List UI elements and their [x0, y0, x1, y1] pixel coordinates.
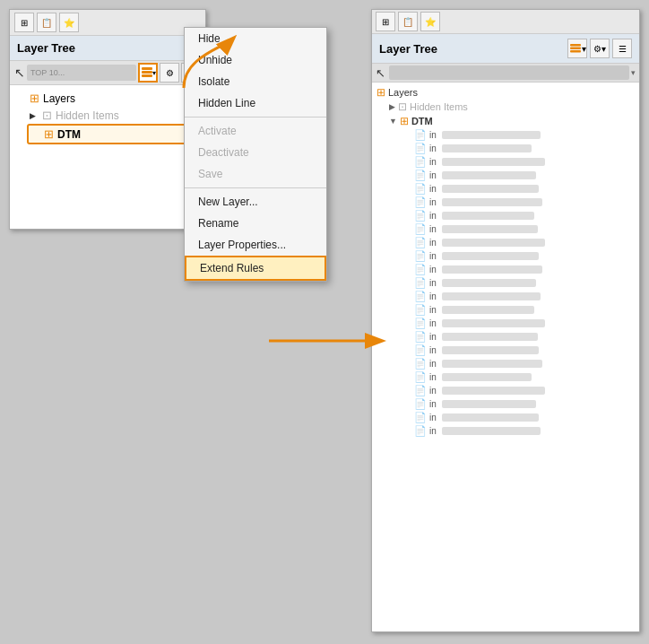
item-in-label: in [429, 224, 437, 234]
menu-layer-properties[interactable]: Layer Properties... [185, 234, 326, 256]
right-tree-item[interactable]: 📄 in [412, 357, 636, 370]
item-icon: 📄 [414, 331, 427, 343]
right-copy-btn[interactable]: 📋 [398, 12, 418, 31]
dtm-item[interactable]: ⊞ DTM [27, 124, 201, 144]
right-tree-item[interactable]: 📄 in [412, 384, 636, 397]
item-icon: 📄 [414, 371, 427, 383]
left-search-bar[interactable]: TOP 10... [27, 65, 136, 81]
item-blurred-text [442, 158, 545, 166]
item-in-label: in [429, 372, 437, 382]
layer-dropdown-btn[interactable]: ▾ [138, 63, 158, 83]
right-tree-item[interactable]: 📄 in [412, 222, 636, 236]
right-tree-item[interactable]: 📄 in [412, 330, 636, 344]
star-btn[interactable]: ⭐ [59, 13, 79, 32]
right-dtm-item[interactable]: ▼ ⊞ DTM [387, 114, 636, 128]
hidden-items-icon: ⊡ [42, 109, 52, 122]
right-tree-item[interactable]: 📄 in [412, 344, 636, 357]
item-icon: 📄 [414, 210, 427, 222]
item-blurred-text [442, 185, 539, 193]
right-tree-item[interactable]: 📄 in [412, 182, 636, 196]
context-menu: Hide Unhide Isolate Hidden Line Activate… [184, 27, 327, 282]
item-blurred-text [442, 212, 534, 220]
item-blurred-text [442, 265, 542, 274]
right-layer-dropdown-btn[interactable]: ▾ [567, 39, 587, 58]
item-in-label: in [429, 170, 437, 180]
item-in-label: in [429, 144, 437, 153]
right-hidden-items[interactable]: ▶ ⊡ Hidden Items [387, 100, 636, 114]
item-in-label: in [429, 130, 437, 140]
right-layers-label: Layers [388, 87, 418, 98]
right-tree-item[interactable]: 📄 in [412, 303, 636, 317]
right-layers-root[interactable]: ⊞ Layers [375, 85, 636, 100]
right-config-btn[interactable]: ⚙▾ [590, 39, 610, 58]
item-blurred-text [442, 319, 545, 327]
svg-rect-2 [142, 67, 152, 70]
item-in-label: in [429, 278, 437, 288]
menu-rename[interactable]: Rename [185, 213, 326, 234]
right-tree-item[interactable]: 📄 in [412, 263, 636, 276]
right-tree-item[interactable]: 📄 in [412, 424, 636, 438]
item-icon: 📄 [414, 250, 427, 262]
search-text: TOP 10... [30, 68, 65, 77]
right-tree-item[interactable]: 📄 in [412, 196, 636, 209]
layers-root-item[interactable]: ⊞ Layers [14, 90, 201, 107]
item-blurred-text [442, 400, 536, 408]
right-tree-item[interactable]: 📄 in [412, 155, 636, 169]
right-tree-item[interactable]: 📄 in [412, 128, 636, 142]
right-tree-item[interactable]: 📄 in [412, 397, 636, 411]
item-in-label: in [429, 157, 437, 167]
item-in-label: in [429, 305, 437, 315]
right-tree-item[interactable]: 📄 in [412, 209, 636, 222]
right-star-btn[interactable]: ⭐ [420, 12, 440, 31]
item-in-label: in [429, 238, 437, 248]
right-grid-btn[interactable]: ⊞ [376, 12, 395, 31]
right-top-toolbar: ⊞ 📋 ⭐ [372, 10, 639, 34]
item-blurred-text [442, 131, 541, 139]
item-blurred-text [442, 427, 541, 435]
right-tree-item[interactable]: 📄 in [412, 317, 636, 330]
menu-activate: Activate [185, 120, 326, 142]
right-tree-item[interactable]: 📄 in [412, 370, 636, 384]
dropdown-arrow: ▾ [152, 69, 156, 77]
right-search-bar[interactable] [389, 65, 629, 80]
config-btn[interactable]: ⚙ [160, 63, 179, 83]
right-menu-btn[interactable]: ☰ [612, 39, 632, 58]
layers-icon: ⊞ [30, 91, 39, 105]
menu-unhide[interactable]: Unhide [185, 49, 326, 71]
menu-hidden-line[interactable]: Hidden Line [185, 92, 326, 114]
menu-extend-rules[interactable]: Extend Rules [185, 256, 326, 281]
right-tree-item[interactable]: 📄 in [412, 290, 636, 303]
right-layer-icon [569, 42, 582, 55]
right-hidden-icon: ⊡ [398, 100, 407, 113]
item-blurred-text [442, 144, 532, 152]
item-icon: 📄 [414, 291, 427, 302]
menu-save: Save [185, 163, 326, 185]
right-tree-item[interactable]: 📄 in [412, 276, 636, 290]
grid-icon-btn[interactable]: ⊞ [14, 13, 34, 32]
svg-rect-1 [142, 71, 152, 74]
menu-hide[interactable]: Hide [185, 28, 326, 49]
item-icon: 📄 [414, 277, 427, 289]
menu-isolate[interactable]: Isolate [185, 71, 326, 92]
right-hidden-label: Hidden Items [410, 101, 468, 112]
item-icon: 📄 [414, 143, 427, 154]
right-dtm-label: DTM [411, 116, 433, 126]
right-tree-item[interactable]: 📄 in [412, 236, 636, 249]
right-dtm-expand: ▼ [389, 117, 397, 126]
item-blurred-text [442, 360, 542, 368]
item-in-label: in [429, 265, 437, 274]
hidden-items-item[interactable]: ▶ ⊡ Hidden Items [27, 107, 201, 124]
item-icon: 📄 [414, 304, 427, 316]
copy-btn[interactable]: 📋 [37, 13, 56, 32]
right-tree-item[interactable]: 📄 in [412, 169, 636, 182]
menu-new-layer[interactable]: New Layer... [185, 191, 326, 213]
item-blurred-text [442, 306, 534, 314]
right-tree-item[interactable]: 📄 in [412, 249, 636, 263]
layer-stack-icon [140, 65, 152, 80]
right-tree-item[interactable]: 📄 in [412, 411, 636, 424]
right-tree-item[interactable]: 📄 in [412, 142, 636, 155]
right-tree-area[interactable]: ⊞ Layers ▶ ⊡ Hidden Items ▼ ⊞ DTM 📄 in 📄… [372, 83, 639, 631]
right-expand-hidden: ▶ [389, 102, 395, 111]
dtm-label: DTM [57, 128, 81, 141]
item-in-label: in [429, 197, 437, 207]
